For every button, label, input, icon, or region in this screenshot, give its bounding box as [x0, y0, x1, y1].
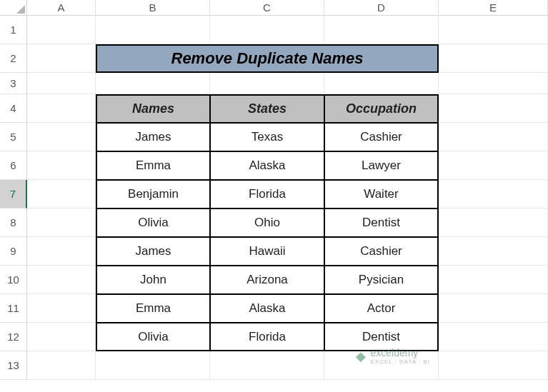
row-header-4[interactable]: 4 — [0, 94, 27, 123]
table-row[interactable]: Dentist — [324, 208, 439, 237]
row-header-9[interactable]: 9 — [0, 237, 27, 266]
table-row[interactable]: Emma — [96, 294, 210, 323]
row-header-6[interactable]: 6 — [0, 151, 27, 180]
table-row[interactable]: Alaska — [210, 294, 324, 323]
row-header-13[interactable]: 13 — [0, 351, 27, 380]
table-row[interactable]: Lawyer — [324, 151, 439, 180]
cell-C1[interactable] — [210, 16, 324, 44]
cell-A2[interactable] — [27, 44, 96, 73]
row-header-8[interactable]: 8 — [0, 208, 27, 237]
cell-A1[interactable] — [27, 16, 96, 44]
table-row[interactable]: Pysician — [324, 266, 439, 294]
col-header-E[interactable]: E — [439, 0, 548, 16]
col-header-D[interactable]: D — [324, 0, 439, 16]
table-row[interactable]: Hawaii — [210, 237, 324, 266]
table-row[interactable]: Cashier — [324, 123, 439, 151]
table-row[interactable]: Olivia — [96, 323, 210, 351]
cell-A8[interactable] — [27, 208, 96, 237]
cell-A10[interactable] — [27, 266, 96, 294]
row-header-7[interactable]: 7 — [0, 180, 27, 208]
table-row[interactable]: Texas — [210, 123, 324, 151]
row-header-11[interactable]: 11 — [0, 294, 27, 323]
table-row[interactable]: Waiter — [324, 180, 439, 208]
row-header-1[interactable]: 1 — [0, 16, 27, 44]
cell-A7[interactable] — [27, 180, 96, 208]
table-row[interactable]: Florida — [210, 323, 324, 351]
watermark: ◆ exceldemy EXCEL · DATA · BI — [356, 347, 430, 365]
cell-E11[interactable] — [439, 294, 548, 323]
watermark-sub: EXCEL · DATA · BI — [370, 358, 430, 365]
row-header-2[interactable]: 2 — [0, 44, 27, 73]
cell-B13[interactable] — [96, 351, 210, 380]
table-row[interactable]: Cashier — [324, 237, 439, 266]
cell-E5[interactable] — [439, 123, 548, 151]
watermark-logo-icon: ◆ — [356, 348, 366, 364]
cell-A11[interactable] — [27, 294, 96, 323]
table-row[interactable]: Benjamin — [96, 180, 210, 208]
cell-A9[interactable] — [27, 237, 96, 266]
cell-A3[interactable] — [27, 73, 96, 94]
cell-E2[interactable] — [439, 44, 548, 73]
cell-E1[interactable] — [439, 16, 548, 44]
cell-A6[interactable] — [27, 151, 96, 180]
cell-E6[interactable] — [439, 151, 548, 180]
row-header-10[interactable]: 10 — [0, 266, 27, 294]
table-title[interactable]: Remove Duplicate Names — [96, 44, 439, 73]
table-row[interactable]: Actor — [324, 294, 439, 323]
table-row[interactable]: Alaska — [210, 151, 324, 180]
cell-A5[interactable] — [27, 123, 96, 151]
header-states[interactable]: States — [210, 94, 324, 123]
cell-A4[interactable] — [27, 94, 96, 123]
col-header-B[interactable]: B — [96, 0, 210, 16]
table-row[interactable]: Florida — [210, 180, 324, 208]
cell-E8[interactable] — [439, 208, 548, 237]
row-header-3[interactable]: 3 — [0, 73, 27, 94]
cell-E4[interactable] — [439, 94, 548, 123]
cell-C13[interactable] — [210, 351, 324, 380]
cell-D1[interactable] — [324, 16, 439, 44]
table-row[interactable]: Olivia — [96, 208, 210, 237]
row-header-5[interactable]: 5 — [0, 123, 27, 151]
cell-E13[interactable] — [439, 351, 548, 380]
table-row[interactable]: Emma — [96, 151, 210, 180]
cell-E12[interactable] — [439, 323, 548, 351]
cell-E3[interactable] — [439, 73, 548, 94]
cell-A13[interactable] — [27, 351, 96, 380]
spreadsheet-grid: A B C D E 1 2 Remove Duplicate Names 3 4… — [0, 0, 548, 380]
table-row[interactable]: James — [96, 237, 210, 266]
watermark-brand: exceldemy — [370, 347, 418, 358]
cell-E9[interactable] — [439, 237, 548, 266]
cell-D3[interactable] — [324, 73, 439, 94]
row-header-12[interactable]: 12 — [0, 323, 27, 351]
cell-A12[interactable] — [27, 323, 96, 351]
cell-E10[interactable] — [439, 266, 548, 294]
cell-B3[interactable] — [96, 73, 210, 94]
table-row[interactable]: John — [96, 266, 210, 294]
col-header-A[interactable]: A — [27, 0, 96, 16]
cell-E7[interactable] — [439, 180, 548, 208]
table-row[interactable]: James — [96, 123, 210, 151]
select-all-corner[interactable] — [0, 0, 27, 16]
table-row[interactable]: Ohio — [210, 208, 324, 237]
cell-C3[interactable] — [210, 73, 324, 94]
table-row[interactable]: Arizona — [210, 266, 324, 294]
header-names[interactable]: Names — [96, 94, 210, 123]
header-occupation[interactable]: Occupation — [324, 94, 439, 123]
cell-B1[interactable] — [96, 16, 210, 44]
col-header-C[interactable]: C — [210, 0, 324, 16]
